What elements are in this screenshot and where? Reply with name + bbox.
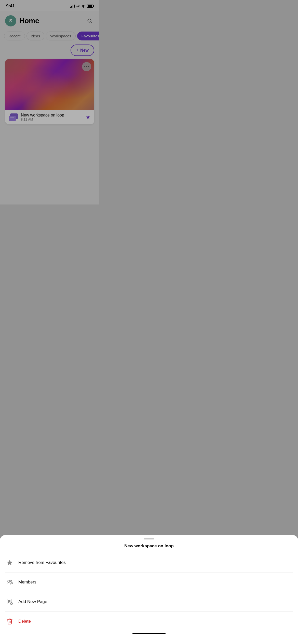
modal-overlay[interactable] — [0, 0, 99, 215]
